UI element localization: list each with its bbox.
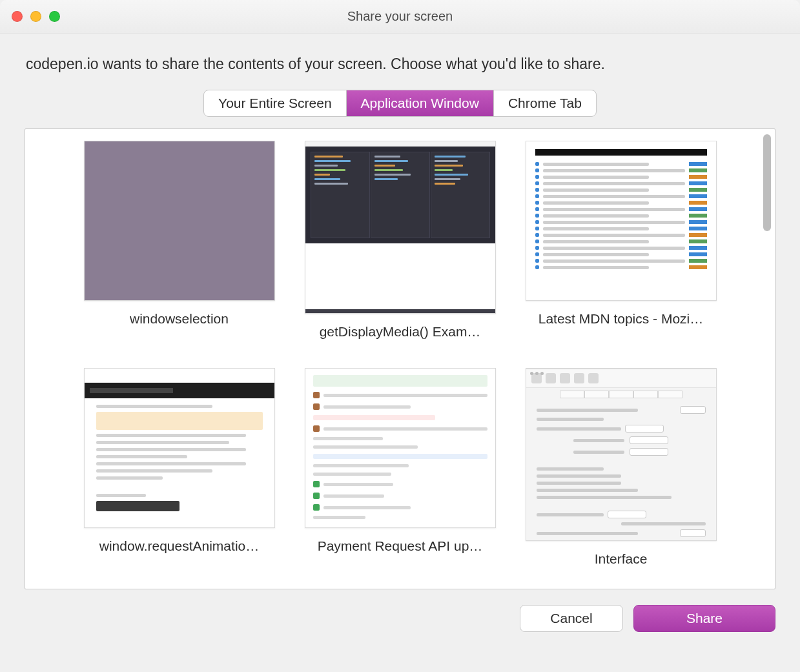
tab-entire-screen[interactable]: Your Entire Screen bbox=[204, 90, 346, 116]
close-window-icon[interactable] bbox=[12, 11, 23, 22]
window-tile-payment-request[interactable]: Payment Request API up… bbox=[305, 368, 496, 567]
window-thumbnail bbox=[526, 141, 717, 301]
window-tile-label: Latest MDN topics - Mozi… bbox=[526, 311, 717, 327]
window-tile-label: Payment Request API up… bbox=[305, 538, 496, 554]
source-tab-group: Your Entire Screen Application Window Ch… bbox=[203, 90, 597, 117]
window-thumbnail bbox=[305, 141, 496, 314]
scrollbar-thumb[interactable] bbox=[763, 134, 771, 231]
minimize-window-icon[interactable] bbox=[30, 11, 41, 22]
window-tile-interface[interactable]: Interface bbox=[526, 368, 717, 567]
window-tile-windowselection[interactable]: windowselection bbox=[84, 141, 275, 340]
tab-chrome-tab[interactable]: Chrome Tab bbox=[493, 90, 596, 116]
window-tile-label: getDisplayMedia() Exam… bbox=[305, 324, 496, 340]
window-tile-mdn-topics[interactable]: Latest MDN topics - Mozi… bbox=[526, 141, 717, 340]
window-thumbnail bbox=[305, 368, 496, 528]
share-prompt: codepen.io wants to share the contents o… bbox=[0, 34, 800, 90]
tab-application-window[interactable]: Application Window bbox=[346, 90, 493, 116]
traffic-lights bbox=[12, 11, 60, 22]
window-tile-label: Interface bbox=[526, 551, 717, 567]
window-tile-label: windowselection bbox=[84, 311, 275, 327]
window-tile-getdisplaymedia[interactable]: getDisplayMedia() Exam… bbox=[305, 141, 496, 340]
window-thumbnail bbox=[84, 368, 275, 528]
window-tile-label: window.requestAnimatio… bbox=[84, 538, 275, 554]
window-tile-raf[interactable]: window.requestAnimatio… bbox=[84, 368, 275, 567]
zoom-window-icon[interactable] bbox=[49, 11, 60, 22]
dialog-footer: Cancel Share bbox=[0, 589, 800, 632]
share-button[interactable]: Share bbox=[633, 605, 775, 632]
window-thumbnail bbox=[526, 368, 717, 541]
window-titlebar: Share your screen bbox=[0, 0, 800, 34]
cancel-button[interactable]: Cancel bbox=[520, 605, 623, 632]
window-title: Share your screen bbox=[0, 9, 800, 24]
window-picker: windowselection bbox=[25, 128, 775, 589]
window-thumbnail bbox=[84, 141, 275, 301]
